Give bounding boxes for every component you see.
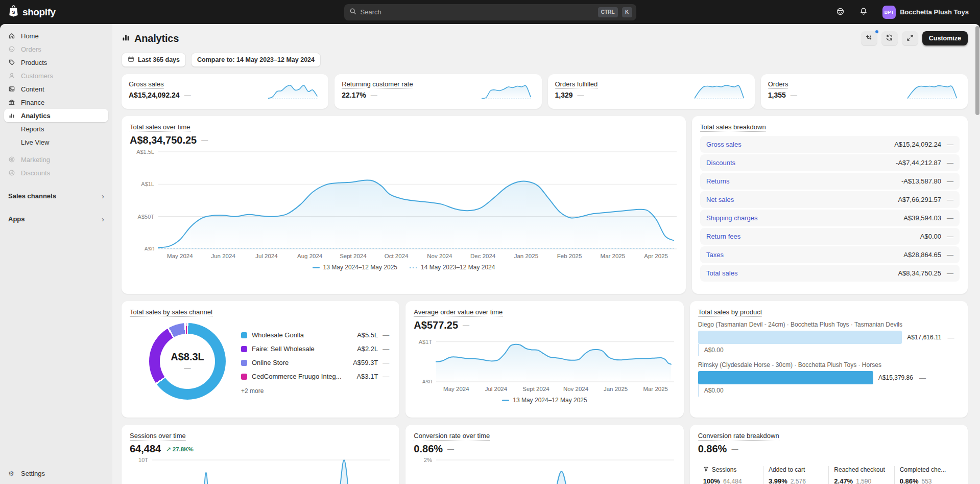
no-change-indicator: — xyxy=(731,445,738,453)
page-scrollbar[interactable] xyxy=(975,26,979,115)
sidekick-button[interactable] xyxy=(832,5,848,20)
no-change-indicator: — xyxy=(578,91,584,99)
sidebar-item-customers[interactable]: Customers xyxy=(4,69,108,82)
refresh-button[interactable] xyxy=(881,31,898,45)
breakdown-link[interactable]: Gross sales xyxy=(706,141,894,148)
no-change-indicator: — xyxy=(378,331,389,339)
sidebar-item-analytics[interactable]: Analytics xyxy=(4,109,108,122)
conversion-funnel-table: Sessions 100%64,484 Added to cart 3.99%2… xyxy=(698,466,960,484)
sidebar-item-finance[interactable]: Finance xyxy=(4,96,108,109)
funnel-step-reached-checkout: Reached checkout 2.47%1,590 xyxy=(828,466,894,484)
breakdown-row: Gross salesA$15,24,092.24— xyxy=(700,136,960,153)
svg-text:10T: 10T xyxy=(138,458,148,463)
conversion-chart: 2% xyxy=(414,458,675,484)
conversion-rate-card: Conversion rate over time 0.86%— 2% xyxy=(405,425,683,484)
sidebar-item-content[interactable]: Content xyxy=(4,82,108,96)
legend-previous-period[interactable]: 14 May 2023–12 May 2024 xyxy=(410,264,495,271)
funnel-step-added-to-cart: Added to cart 3.99%2,576 xyxy=(763,466,828,484)
target-icon xyxy=(8,156,16,163)
no-change-indicator: — xyxy=(941,159,953,167)
sidebar-item-orders[interactable]: Orders xyxy=(4,42,108,56)
expand-icon xyxy=(906,34,914,43)
no-change-indicator: — xyxy=(941,214,953,222)
magic-insights-button[interactable] xyxy=(861,31,877,45)
sessions-chart: 10T xyxy=(130,458,391,484)
channel-legend-row[interactable]: Faire: Sell WholesaleA$2.2L— xyxy=(241,342,389,356)
no-change-indicator: — xyxy=(184,91,191,99)
breakdown-link[interactable]: Returns xyxy=(706,177,901,185)
breakdown-row: Total salesA$8,34,750.25— xyxy=(700,265,960,282)
no-change-indicator: — xyxy=(447,445,454,453)
store-avatar: BPT xyxy=(882,6,896,19)
breakdown-row: Discounts-A$7,44,212.87— xyxy=(700,154,960,171)
no-change-indicator: — xyxy=(201,136,208,144)
no-change-indicator: — xyxy=(378,345,389,353)
svg-text:A$50T: A$50T xyxy=(138,214,155,220)
search-icon xyxy=(349,8,356,17)
calendar-icon xyxy=(128,56,134,64)
channel-legend-row[interactable]: Wholesale GorillaA$5.5L— xyxy=(241,328,389,342)
shopify-bag-icon: S xyxy=(8,5,19,19)
store-name: Bocchetta Plush Toys xyxy=(900,8,969,16)
breakdown-row: Net salesA$7,66,291.57— xyxy=(700,191,960,208)
sidebar-item-settings[interactable]: ⚙ Settings xyxy=(4,467,108,480)
kpi-card-gross-sales[interactable]: Gross sales A$15,24,092.24— xyxy=(122,74,328,109)
channel-legend-row[interactable]: CedCommerce Fruugo Integ...A$3.1T— xyxy=(241,370,389,383)
sidebar-item-live-view[interactable]: Live View xyxy=(4,135,108,149)
store-menu[interactable]: BPT Bocchetta Plush Toys xyxy=(879,4,972,20)
date-range-button[interactable]: Last 365 days xyxy=(122,53,186,67)
sidebar-section-apps[interactable]: Apps › xyxy=(4,212,108,225)
conversion-breakdown-card: Conversion rate breakdown 0.86%— Session… xyxy=(690,425,968,484)
customize-button[interactable]: Customize xyxy=(922,31,968,45)
no-change-indicator: — xyxy=(941,177,953,185)
topbar: S shopify CTRL K xyxy=(0,0,980,24)
svg-text:S: S xyxy=(12,9,15,15)
no-change-indicator: — xyxy=(941,141,953,148)
sidebar-item-marketing[interactable]: Marketing xyxy=(4,153,108,166)
breakdown-link[interactable]: Taxes xyxy=(706,251,903,259)
notifications-button[interactable] xyxy=(856,5,871,20)
solid-line-swatch xyxy=(313,267,320,268)
content-icon xyxy=(8,85,16,93)
breakdown-link[interactable]: Total sales xyxy=(706,269,898,277)
shopify-logo[interactable]: S shopify xyxy=(8,5,56,19)
compare-range-button[interactable]: Compare to: 14 May 2023–12 May 2024 xyxy=(191,53,321,67)
kpi-card-orders[interactable]: Orders 1,355— xyxy=(761,74,968,109)
x-axis-labels: May 2024Jun 2024Jul 2024Aug 2024Sept 202… xyxy=(158,253,678,259)
legend-current-period[interactable]: 13 May 2024–12 May 2025 xyxy=(313,264,397,271)
sidebar-item-discounts[interactable]: Discounts xyxy=(4,166,108,179)
breakdown-row: Return feesA$0.00— xyxy=(700,228,960,245)
orders-icon xyxy=(8,45,16,53)
gross-sales-sparkline xyxy=(268,82,321,101)
breakdown-link[interactable]: Net sales xyxy=(706,196,898,203)
legend-current-period[interactable]: 13 May 2024–12 May 2025 xyxy=(502,397,587,404)
sidebar-section-sales-channels[interactable]: Sales channels › xyxy=(4,189,108,202)
breakdown-link[interactable]: Shipping charges xyxy=(706,214,903,222)
kpi-card-returning-rate[interactable]: Returning customer rate 22.17%— xyxy=(334,74,541,109)
product-bar xyxy=(698,331,902,344)
breakdown-link[interactable]: Return fees xyxy=(706,233,920,240)
k-key-badge: K xyxy=(622,7,632,17)
legend-swatch xyxy=(241,332,247,338)
fullscreen-button[interactable] xyxy=(902,31,918,45)
channel-legend-row[interactable]: Online StoreA$59.3T— xyxy=(241,356,389,370)
sidebar-item-home[interactable]: Home xyxy=(4,29,108,42)
discount-icon xyxy=(8,169,16,176)
sparkle-icon xyxy=(865,34,873,43)
analytics-icon xyxy=(8,112,16,119)
sidebar-item-products[interactable]: Products xyxy=(4,56,108,69)
funnel-step-sessions: Sessions 100%64,484 xyxy=(698,466,763,484)
sidebar: Home Orders Products Customers Content F… xyxy=(0,24,112,484)
chevron-right-icon: › xyxy=(102,192,104,200)
kpi-row: Gross sales A$15,24,092.24— Returning cu… xyxy=(122,74,968,109)
breakdown-link[interactable]: Discounts xyxy=(706,159,896,167)
sidebar-item-reports[interactable]: Reports xyxy=(4,122,108,135)
kpi-card-orders-fulfilled[interactable]: Orders fulfilled 1,329— xyxy=(548,74,755,109)
search-input[interactable] xyxy=(361,8,594,16)
analytics-title-icon xyxy=(122,33,130,44)
global-search[interactable]: CTRL K xyxy=(344,4,636,20)
tag-icon xyxy=(8,59,16,66)
show-more-channels-link[interactable]: +2 more xyxy=(241,387,389,395)
no-change-indicator: — xyxy=(371,91,377,99)
orders-sparkline xyxy=(907,82,961,101)
